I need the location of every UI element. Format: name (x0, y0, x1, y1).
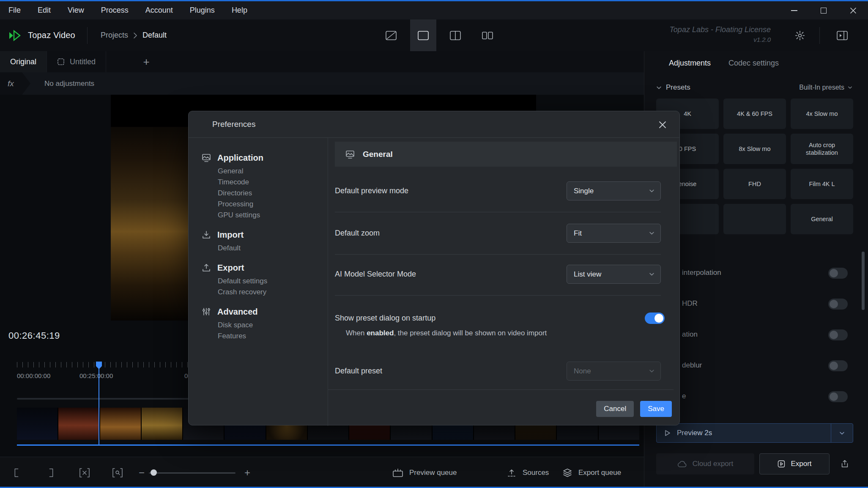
bottom-toolbar: − + Preview queue Sources Export queue (0, 457, 644, 488)
preview-queue-button[interactable]: Preview queue (392, 457, 457, 488)
nav-application-directories[interactable]: Directories (218, 188, 328, 199)
default-preset-label: Default preset (335, 362, 382, 381)
stabilization-toggle[interactable] (828, 329, 848, 340)
menu-account[interactable]: Account (145, 6, 173, 15)
toggle-panel-button[interactable] (829, 19, 855, 51)
tab-adjustments[interactable]: Adjustments (669, 59, 711, 68)
nav-export-crash-recovery[interactable]: Crash recovery (218, 287, 328, 298)
tab-codec-settings[interactable]: Codec settings (728, 59, 779, 68)
toggle-label: ation (682, 330, 698, 339)
panel-toggle-icon (836, 30, 848, 41)
right-panel-scrollbar[interactable] (862, 252, 865, 310)
zoom-tool-button[interactable] (112, 457, 123, 488)
quad-view-icon (482, 30, 493, 41)
interpolation-toggle[interactable] (828, 268, 848, 279)
share-export-button[interactable] (835, 453, 854, 474)
deblur-toggle[interactable] (828, 360, 848, 371)
nav-application-general[interactable]: General (218, 166, 328, 177)
sources-button[interactable]: Sources (507, 457, 549, 488)
dialog-title: Preferences (212, 120, 255, 129)
nav-application-gpu-settings[interactable]: GPU settings (218, 210, 328, 221)
zoom-in-button[interactable]: + (244, 457, 250, 488)
row-show-preset-dialog: Show preset dialog on startup (335, 309, 661, 328)
default-preset-select[interactable]: None (567, 362, 661, 381)
nav-export[interactable]: Export (201, 261, 328, 274)
view-mode-single-button[interactable] (410, 19, 436, 51)
timeline-zoom-slider[interactable] (149, 472, 235, 474)
preset-fhd[interactable]: FHD (723, 169, 786, 199)
menu-help[interactable]: Help (232, 6, 247, 15)
menu-view[interactable]: View (68, 6, 84, 15)
save-button[interactable]: Save (640, 401, 672, 417)
export-queue-button[interactable]: Export queue (562, 457, 621, 488)
nav-application-processing[interactable]: Processing (218, 199, 328, 210)
nav-import-default[interactable]: Default (218, 243, 328, 254)
cancel-button[interactable]: Cancel (596, 401, 634, 417)
preset-film-4k-l[interactable]: Film 4K L (791, 169, 853, 199)
maximize-button[interactable] (809, 1, 838, 19)
nav-export-default-settings[interactable]: Default settings (218, 276, 328, 287)
trim-button[interactable] (79, 457, 90, 488)
default-preview-mode-select[interactable]: Single (567, 181, 661, 200)
preset-auto-crop-stabilization[interactable]: Auto crop stabilization (791, 134, 853, 164)
tab-untitled[interactable]: Untitled (47, 51, 106, 72)
application-icon (201, 153, 211, 163)
export-button[interactable]: Export (759, 453, 830, 474)
right-panel-tabs: Adjustments Codec settings (644, 51, 868, 75)
play-icon (663, 429, 671, 437)
presets-header[interactable]: Presets Built-In presets (644, 80, 868, 95)
close-window-button[interactable] (838, 1, 868, 19)
side-by-side-icon (449, 30, 461, 41)
default-zoom-select[interactable]: Fit (567, 224, 661, 243)
nav-application-timecode[interactable]: Timecode (218, 177, 328, 188)
nav-advanced-features[interactable]: Features (218, 331, 328, 342)
minimize-button[interactable] (779, 1, 809, 19)
menu-edit[interactable]: Edit (38, 6, 51, 15)
view-mode-split-diagonal-button[interactable] (378, 19, 404, 51)
nav-application[interactable]: Application (201, 151, 328, 164)
filmstrip-thumbnail[interactable] (58, 408, 99, 440)
cloud-export-button[interactable]: Cloud export (656, 453, 754, 474)
view-mode-quad-button[interactable] (474, 19, 501, 51)
presets-filter-dropdown[interactable]: Built-In presets (799, 84, 852, 91)
clip-icon (57, 58, 65, 66)
license-info: Topaz Labs - Floating License v1.2.0 (670, 25, 771, 43)
filmstrip-thumbnail[interactable] (17, 408, 58, 440)
preset-general[interactable]: General (791, 204, 853, 234)
preset-4x-slowmo[interactable]: 4x Slow mo (791, 99, 853, 129)
preset-4k-60fps[interactable]: 4K & 60 FPS (723, 99, 786, 129)
bracket-left-icon (12, 467, 21, 478)
menu-plugins[interactable]: Plugins (190, 6, 215, 15)
preview-2s-label: Preview 2s (677, 429, 712, 437)
settings-button[interactable] (787, 19, 813, 51)
upload-arrow-icon (507, 468, 517, 478)
view-mode-side-by-side-button[interactable] (442, 19, 468, 51)
denoise-toggle[interactable] (828, 391, 848, 402)
filmstrip-thumbnail[interactable] (100, 408, 141, 440)
license-name: Topaz Labs - Floating License (670, 25, 771, 34)
tab-untitled-label: Untitled (70, 58, 96, 66)
preset-8x-slowmo[interactable]: 8x Slow mo (723, 134, 786, 164)
menu-process[interactable]: Process (101, 6, 129, 15)
tab-original[interactable]: Original (0, 51, 47, 72)
nav-import[interactable]: Import (201, 228, 328, 241)
add-tab-button[interactable]: + (131, 51, 161, 72)
ai-model-selector-select[interactable]: List view (567, 265, 661, 284)
zoom-out-button[interactable]: − (139, 457, 145, 488)
filmstrip-thumbnail[interactable] (142, 408, 182, 440)
dialog-close-button[interactable] (657, 119, 668, 131)
preview-duration-dropdown[interactable] (831, 424, 853, 442)
nav-advanced[interactable]: Advanced (201, 305, 328, 318)
nav-advanced-disk-space[interactable]: Disk space (218, 320, 328, 331)
set-in-point-button[interactable] (12, 457, 21, 488)
default-preset-value: None (574, 367, 591, 376)
hdr-toggle[interactable] (828, 299, 848, 310)
chevron-down-icon (649, 369, 654, 373)
timeline-zoom-knob[interactable] (151, 469, 157, 476)
preset-cell-empty[interactable] (723, 204, 786, 234)
preview-2s-button[interactable]: Preview 2s (656, 423, 853, 443)
menu-file[interactable]: File (8, 6, 21, 15)
show-preset-dialog-toggle[interactable] (645, 313, 665, 324)
breadcrumb-projects[interactable]: Projects (101, 31, 128, 40)
set-out-point-button[interactable] (47, 457, 56, 488)
